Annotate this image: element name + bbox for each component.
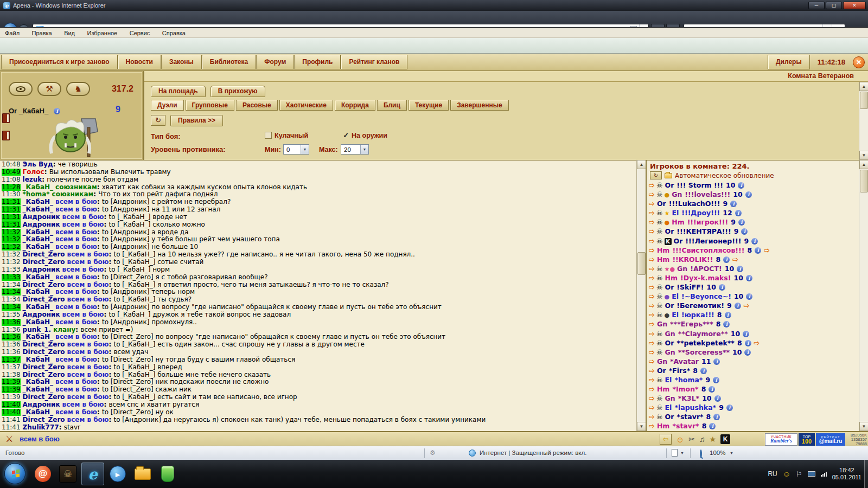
info-icon[interactable]: i [730,201,737,207]
chat-author[interactable]: Голос [23,169,44,176]
scroll-up-button[interactable]: ▲ [859,160,868,169]
menu-item[interactable]: Правка [27,28,57,38]
chat-author[interactable]: Эль Вуд [23,161,53,168]
battle-tab[interactable]: Дуэли [151,100,184,111]
player-name[interactable]: !юрка!!! [681,311,714,319]
info-icon[interactable]: i [744,349,751,356]
info-icon[interactable]: i [746,293,752,300]
chat-author[interactable]: Андроник [23,221,60,228]
zoom-icon[interactable] [700,451,702,457]
menu-item[interactable]: Справка [157,28,190,38]
frame-scrollbar[interactable]: ▲ ▼ [859,82,868,160]
scrollbar-thumb[interactable] [860,170,868,192]
game-nav-button[interactable]: Профиль [294,55,341,69]
chat-author[interactable]: Андроник [23,311,60,318]
chat-author[interactable]: _КабаН_ [23,243,53,251]
chat-author[interactable]: *homa* [23,191,50,198]
player-name[interactable]: *Imon* [672,385,698,393]
game-nav-button[interactable]: Библиотека [202,55,256,69]
chat-author[interactable]: Direct_Zero [23,371,65,378]
chat-channel-selector[interactable]: всем в бою [20,435,60,443]
option-label[interactable]: На оружии [352,132,387,139]
player-name[interactable]: **petekpetek** [676,339,735,347]
chat-author[interactable]: Direct_Zero [23,296,65,303]
info-icon[interactable]: i [738,219,745,226]
player-name[interactable]: *stavr* [676,413,703,421]
info-icon[interactable]: i [745,191,752,198]
game-nav-button[interactable]: Форум [256,55,294,69]
chat-author[interactable]: _КабаН_ [23,288,53,296]
page-icon[interactable] [672,449,678,457]
chat-author[interactable]: _КабаН_ [23,304,53,311]
dealers-button[interactable]: Дилеры [768,55,810,69]
chat-author[interactable]: Zhulik777 [23,424,59,431]
battle-tab[interactable]: Текущие [409,100,449,111]
menu-item[interactable]: Сервис [125,28,155,38]
player-name[interactable]: !!!Свистоплясов!!! [672,246,744,254]
smiley-button[interactable]: ☺ [676,435,684,444]
game-nav-button[interactable]: Рейтинг кланов [341,55,407,69]
scrollbar-thumb[interactable] [637,252,646,275]
game-close-button[interactable]: ✕ [853,56,865,68]
menu-item[interactable]: Вид [59,28,80,38]
to-square-button[interactable]: На площадь [151,86,206,97]
game-nav-button[interactable]: Присоединиться к игре заново [1,55,118,69]
chat-author[interactable]: Direct_Zero [23,251,65,258]
star-button[interactable]: ★ [710,435,717,444]
battle-type-option[interactable]: ✓ Кулачный [265,131,308,139]
taskbar-ie[interactable]: e [81,463,104,485]
player-name[interactable]: !!! Storm !!! [676,181,723,189]
player-name[interactable]: !!!КЕНТЯРА!!! [676,227,731,235]
character-name[interactable]: Or _КабаН_ [9,107,48,115]
chat-author[interactable]: _КабаН_ [23,356,53,363]
info-icon[interactable]: i [751,238,758,245]
battle-tab[interactable]: Коррида [335,100,375,111]
scroll-up-button[interactable]: ▲ [859,82,868,91]
player-name[interactable]: !!!игрок!!! [687,218,729,226]
view-button[interactable] [9,82,33,96]
option-label[interactable]: Кулачный [275,132,308,139]
mailru-badge[interactable]: РЕЙТИНГ @mail.ru [816,433,845,446]
scrollbar-thumb[interactable] [860,92,868,109]
chat-author[interactable]: punk_1. [23,326,52,333]
chat-author[interactable]: lezuk [23,176,42,183]
start-button[interactable] [4,463,25,484]
battle-refresh-button[interactable]: ↻ [151,115,165,126]
info-icon[interactable]: i [743,331,749,337]
keyboard-layout-button[interactable]: K [720,434,730,444]
chat-author[interactable]: Direct_Zero [23,349,65,356]
chat-author[interactable]: _КабаН_ [23,409,53,416]
player-name[interactable]: !Бегемотик! [676,301,724,310]
send-arrow-button[interactable]: ⇦ [660,434,672,445]
close-button[interactable]: ✕ [843,2,866,9]
battle-tab[interactable]: Блиц [377,100,407,111]
tray-network-icon[interactable] [821,471,827,477]
chat-author[interactable]: Direct_Zero [23,259,65,266]
chat-author[interactable]: Direct_Zero [23,341,65,348]
info-icon[interactable]: i [713,358,720,365]
player-name[interactable]: !SkiFF! [676,283,704,291]
player-name[interactable]: **Sorceress** [678,348,730,356]
page-caret-icon[interactable]: ▼ [680,451,684,455]
player-name[interactable]: !!!Дроу!!! [681,209,720,217]
player-name[interactable]: ***Егерь*** [670,320,713,328]
info-icon[interactable]: i [755,247,761,254]
chat-author[interactable]: _КабаН_ [23,184,53,191]
info-icon[interactable]: i [714,395,721,402]
player-name[interactable]: !!!Легионер!!! [685,237,741,245]
player-name[interactable]: *K3L* [678,394,699,402]
chat-author[interactable]: Direct_Zero [23,281,65,288]
info-icon[interactable]: i [738,182,744,189]
scroll-up-button[interactable]: ▲ [637,160,646,169]
player-name[interactable]: **Claymore** [678,330,728,338]
tray-display-icon[interactable] [808,471,815,477]
battle-tab[interactable]: Расовые [236,100,278,111]
scroll-down-button[interactable]: ▼ [859,151,868,160]
chat-scrollbar[interactable]: ▲ ▼ [636,160,646,431]
chat-author[interactable]: _КабаН_ [23,319,53,326]
info-icon[interactable]: i [713,377,719,383]
chat-author[interactable]: _КабаН_ [23,333,53,341]
chat-author[interactable]: _КабаН_ [23,206,53,213]
player-name[interactable]: *Avatar [670,357,699,365]
player-name[interactable]: *Firs* [669,367,691,375]
